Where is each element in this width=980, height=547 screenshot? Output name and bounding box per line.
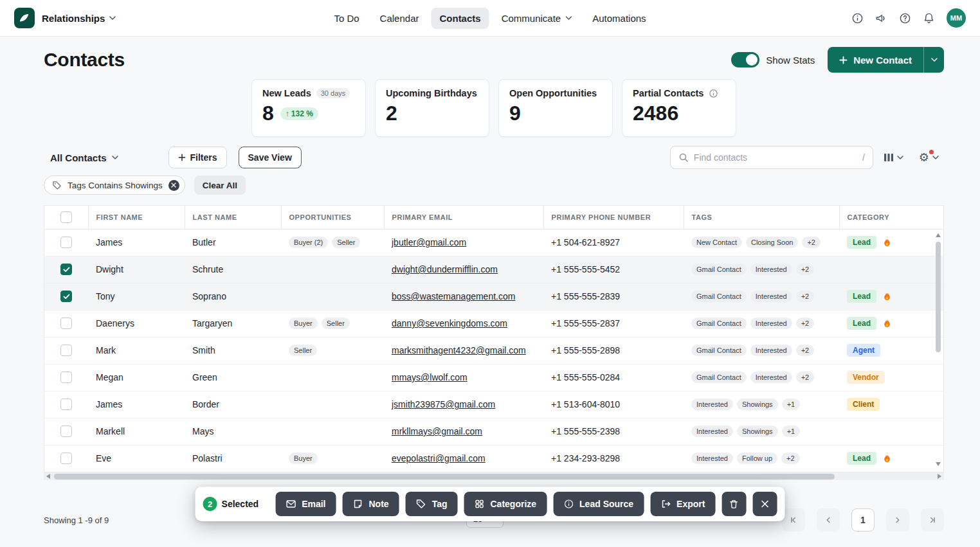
cell-category: Client	[839, 391, 943, 418]
filters-button[interactable]: Filters	[168, 147, 227, 168]
stat-card-new-leads[interactable]: New Leads 30 days 8 ↑132 %	[251, 79, 366, 137]
app-logo[interactable]	[14, 8, 35, 28]
column-header-primary-phone[interactable]: PRIMARY PHONE NUMBER	[543, 206, 684, 229]
table-row[interactable]: MarkellMaysmrkllmays@gmail.com+1 555-555…	[44, 418, 943, 445]
show-stats-toggle[interactable]	[731, 52, 759, 67]
page-1-button[interactable]: 1	[851, 508, 875, 532]
lead-source-button[interactable]: Lead Source	[553, 492, 644, 516]
plus-icon	[178, 154, 186, 161]
new-contact-caret-button[interactable]	[923, 47, 944, 73]
row-checkbox[interactable]	[60, 399, 72, 410]
tag-pill: +2	[796, 372, 815, 383]
vertical-scrollbar[interactable]	[935, 231, 941, 468]
opportunity-pill: Buyer	[289, 453, 318, 464]
save-view-button[interactable]: Save View	[239, 147, 302, 168]
nav-item-calendar[interactable]: Calendar	[372, 8, 428, 29]
row-checkbox[interactable]	[60, 264, 72, 275]
nav-item-communicate[interactable]: Communicate	[493, 8, 581, 29]
cell-last-name: Mays	[185, 418, 281, 445]
settings-button[interactable]: ⚙	[914, 148, 944, 167]
flame-icon	[883, 292, 891, 301]
tag-pill: Interested	[691, 453, 733, 464]
first-page-button[interactable]	[782, 508, 805, 532]
stat-card-partial-contacts[interactable]: Partial Contacts 2486	[622, 79, 736, 137]
column-header-opportunities[interactable]: OPPORTUNITIES	[281, 206, 384, 229]
column-header-category[interactable]: CATEGORY	[839, 206, 943, 229]
delete-button[interactable]	[721, 492, 746, 516]
scroll-up-arrow[interactable]	[936, 233, 941, 237]
column-header-primary-email[interactable]: PRIMARY EMAIL	[384, 206, 543, 229]
table-row[interactable]: DwightSchrutedwight@dundermifflin.com+1 …	[44, 256, 943, 283]
row-checkbox[interactable]	[60, 237, 72, 248]
search-input[interactable]	[694, 152, 857, 163]
info-icon[interactable]	[851, 12, 864, 24]
horizontal-scrollbar[interactable]	[44, 472, 944, 480]
horizontal-scroll-thumb[interactable]	[54, 474, 835, 480]
table-row[interactable]: MarkSmithSellermarksmithagent4232@gmail.…	[44, 337, 943, 364]
nav-item-contacts[interactable]: Contacts	[431, 8, 489, 29]
table-row[interactable]: MeganGreenmmays@lwolf.com+1 555-555-0284…	[44, 364, 943, 391]
row-checkbox[interactable]	[60, 291, 72, 302]
nav-item-todo[interactable]: To Do	[325, 8, 367, 29]
cell-first-name: Mark	[88, 337, 185, 364]
columns-button[interactable]	[878, 149, 909, 166]
column-header-tags[interactable]: TAGS	[684, 206, 839, 229]
scroll-right-arrow[interactable]	[938, 474, 941, 479]
row-checkbox[interactable]	[60, 345, 72, 356]
bell-icon[interactable]	[923, 12, 935, 24]
user-avatar[interactable]: MM	[947, 8, 966, 28]
note-button[interactable]: Note	[343, 492, 399, 516]
row-checkbox[interactable]	[60, 426, 72, 437]
export-button[interactable]: Export	[650, 492, 715, 516]
view-selector[interactable]: All Contacts	[50, 152, 118, 163]
scroll-left-arrow[interactable]	[46, 474, 50, 479]
email-button[interactable]: Email	[275, 492, 336, 516]
filter-chip[interactable]: Tags Contains Showings	[44, 175, 185, 195]
plus-icon	[839, 56, 848, 64]
cell-first-name: Dwight	[88, 256, 185, 283]
previous-page-button[interactable]	[817, 508, 840, 532]
row-checkbox[interactable]	[60, 453, 72, 464]
chevron-down-icon	[931, 58, 938, 62]
help-icon[interactable]	[899, 12, 911, 24]
tag-button[interactable]: Tag	[406, 492, 458, 516]
last-page-button[interactable]	[921, 508, 944, 532]
new-contact-button[interactable]: New Contact	[828, 47, 923, 73]
email-link[interactable]: evepolastri@gmail.com	[392, 453, 485, 463]
table-row[interactable]: DaenerysTargaryenBuyerSellerdanny@sevenk…	[44, 310, 943, 337]
email-link[interactable]: marksmithagent4232@gmail.com	[392, 345, 526, 355]
table-row[interactable]: JamesButlerBuyer (2)Sellerjbutler@gmail.…	[44, 229, 943, 256]
categorize-button[interactable]: Categorize	[464, 492, 547, 516]
next-page-button[interactable]	[886, 508, 909, 532]
close-action-bar-button[interactable]	[752, 492, 777, 516]
stat-card-upcoming-birthdays[interactable]: Upcoming Birthdays 2	[375, 79, 489, 137]
workspace-selector[interactable]: Relationships	[42, 13, 116, 24]
cell-primary-email: jbutler@gmail.com	[384, 229, 543, 256]
email-link[interactable]: dwight@dundermifflin.com	[392, 264, 498, 274]
table-row[interactable]: JamesBorderjsmith239875@gmail.com+1 513-…	[44, 391, 943, 418]
tag-pill: +1	[782, 399, 801, 410]
row-checkbox[interactable]	[60, 318, 72, 329]
stat-card-open-opportunities[interactable]: Open Opportunities 9	[498, 79, 613, 137]
email-link[interactable]: mrkllmays@gmail.com	[392, 426, 482, 436]
column-header-last-name[interactable]: LAST NAME	[185, 206, 281, 229]
email-link[interactable]: danny@sevenkingdoms.com	[392, 318, 507, 328]
megaphone-icon[interactable]	[875, 12, 887, 24]
remove-filter-button[interactable]	[168, 180, 179, 191]
cell-last-name: Border	[185, 391, 281, 418]
table-row[interactable]: TonySopranoboss@wastemanagement.com+1 55…	[44, 283, 943, 310]
column-header-first-name[interactable]: FIRST NAME	[88, 206, 185, 229]
clear-all-button[interactable]: Clear All	[194, 175, 246, 195]
stats-row: New Leads 30 days 8 ↑132 % Upcoming Birt…	[44, 79, 944, 137]
email-link[interactable]: jbutler@gmail.com	[392, 237, 466, 247]
row-checkbox[interactable]	[60, 372, 72, 383]
email-link[interactable]: mmays@lwolf.com	[392, 372, 467, 382]
email-link[interactable]: jsmith239875@gmail.com	[392, 399, 495, 409]
email-link[interactable]: boss@wastemanagement.com	[392, 291, 515, 301]
stat-value: 2486	[633, 102, 678, 125]
nav-item-automations[interactable]: Automations	[584, 8, 654, 29]
vertical-scroll-thumb[interactable]	[936, 242, 941, 352]
table-row[interactable]: EvePolastriBuyerevepolastri@gmail.com+1 …	[44, 445, 943, 472]
select-all-checkbox[interactable]	[60, 211, 72, 223]
scroll-down-arrow[interactable]	[936, 462, 941, 466]
